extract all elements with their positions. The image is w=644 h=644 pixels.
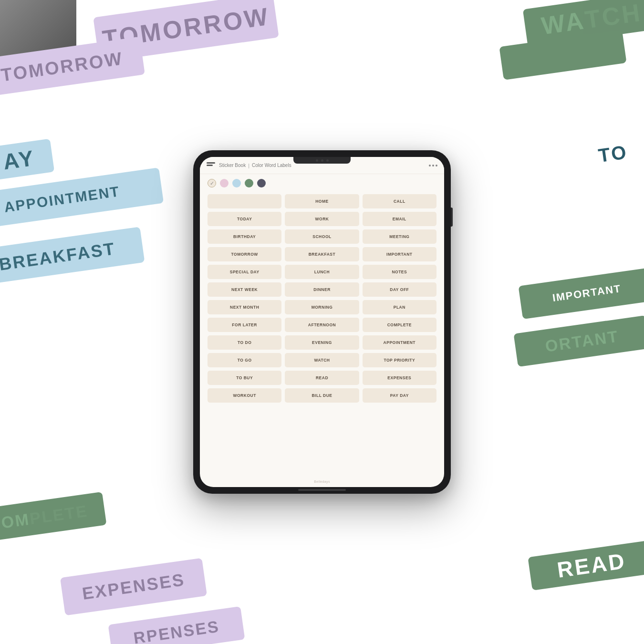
tablet: Sticker Book | Color Word Labels xyxy=(193,150,451,494)
swatch-beige[interactable] xyxy=(208,179,216,187)
label-to-buy[interactable]: TO BUY xyxy=(208,371,281,385)
app-logo xyxy=(207,162,215,169)
label-dinner[interactable]: DINNER xyxy=(285,282,359,297)
menu-dot-2 xyxy=(432,165,434,166)
label-workout[interactable]: WORKOUT xyxy=(208,388,281,403)
label-watch[interactable]: WATCH xyxy=(285,353,359,367)
tablet-camera-bar xyxy=(293,157,351,164)
menu-dot-3 xyxy=(436,165,437,166)
label-home[interactable]: HOME xyxy=(285,194,359,208)
label-afternoon[interactable]: AFTERNOON xyxy=(285,318,359,332)
label-read[interactable]: READ xyxy=(285,371,359,385)
label-top-priority[interactable]: TOP PRIORITY xyxy=(363,353,436,367)
label-lunch[interactable]: LUNCH xyxy=(285,265,359,279)
labels-grid: HOME CALL TODAY WORK EMAIL BIRTHDAY SCHO… xyxy=(208,194,436,403)
topbar-menu[interactable] xyxy=(429,165,437,166)
camera-dot-1 xyxy=(316,159,318,162)
label-birthday[interactable]: BIRTHDAY xyxy=(208,229,281,244)
breadcrumb-section: Color Word Labels xyxy=(252,163,291,168)
label-evening[interactable]: EVENING xyxy=(285,335,359,350)
label-to-do[interactable]: TO DO xyxy=(208,335,281,350)
label-expenses[interactable]: EXPENSES xyxy=(363,371,436,385)
breadcrumb: Sticker Book | Color Word Labels xyxy=(219,163,291,168)
logo-line-1 xyxy=(207,162,215,164)
tablet-outer: Sticker Book | Color Word Labels xyxy=(193,150,451,494)
label-call[interactable]: CALL xyxy=(363,194,436,208)
bg-sticker-rpenses: RPENSES xyxy=(108,606,245,644)
label-for-later[interactable]: FOR LATER xyxy=(208,318,281,332)
label-day-off[interactable]: DAY OFF xyxy=(363,282,436,297)
swatch-green[interactable] xyxy=(245,179,253,187)
bg-sticker-expenses: EXPENSES xyxy=(60,558,207,616)
label-today[interactable]: TODAY xyxy=(208,212,281,226)
tablet-home-indicator xyxy=(298,489,346,491)
screen-footer: Belledays xyxy=(200,476,444,487)
menu-dot-1 xyxy=(429,165,431,166)
label-pay-day[interactable]: PAY DAY xyxy=(363,388,436,403)
label-meeting[interactable]: MEETING xyxy=(363,229,436,244)
logo-line-2 xyxy=(207,165,213,166)
label-appointment[interactable]: APPOINTMENT xyxy=(363,335,436,350)
camera-dot-3 xyxy=(326,159,329,162)
swatch-dark[interactable] xyxy=(257,179,266,187)
bg-sticker-read: READ xyxy=(528,540,644,591)
swatch-blue[interactable] xyxy=(232,179,241,187)
label-breakfast[interactable]: BREAKFAST xyxy=(285,247,359,261)
tablet-screen: Sticker Book | Color Word Labels xyxy=(200,157,444,487)
label-email[interactable]: EMAIL xyxy=(363,212,436,226)
label-important[interactable]: IMPORTANT xyxy=(363,247,436,261)
bg-sticker-to-right: TO xyxy=(571,133,644,175)
label-plan[interactable]: PLAN xyxy=(363,300,436,314)
breadcrumb-app: Sticker Book xyxy=(219,163,246,168)
tablet-side-button xyxy=(451,208,453,227)
breadcrumb-sep: | xyxy=(248,163,249,168)
label-school[interactable]: SCHOOL xyxy=(285,229,359,244)
label-special-day[interactable]: SPECIAL DAY xyxy=(208,265,281,279)
labels-scroll-area: HOME CALL TODAY WORK EMAIL BIRTHDAY SCHO… xyxy=(200,190,444,476)
label-work[interactable]: WORK xyxy=(285,212,359,226)
label-morning[interactable]: MORNING xyxy=(285,300,359,314)
swatch-pink[interactable] xyxy=(220,179,229,187)
label-next-month[interactable]: NEXT MONTH xyxy=(208,300,281,314)
label-next-week[interactable]: NEXT WEEK xyxy=(208,282,281,297)
bg-sticker-com: COMPLETE xyxy=(0,492,107,543)
camera-dot-2 xyxy=(321,159,323,162)
color-swatches-row xyxy=(200,174,444,190)
bg-sticker-ortant: ORTANT xyxy=(513,315,644,367)
bg-sticker-important-green: IMPORTANT xyxy=(518,268,644,319)
label-empty[interactable] xyxy=(208,194,281,208)
label-tomorrow[interactable]: TOMORROW xyxy=(208,247,281,261)
footer-brand: Belledays xyxy=(314,480,330,483)
label-bill-due[interactable]: BILL DUE xyxy=(285,388,359,403)
bg-sticker-ay: AY xyxy=(0,139,54,181)
label-notes[interactable]: NOTES xyxy=(363,265,436,279)
bg-sticker-appointment: APPOINTMENT xyxy=(0,167,164,231)
label-complete[interactable]: COMPLETE xyxy=(363,318,436,332)
bg-sticker-breakfast: BREAKFAST xyxy=(0,227,145,286)
label-to-go[interactable]: TO GO xyxy=(208,353,281,367)
